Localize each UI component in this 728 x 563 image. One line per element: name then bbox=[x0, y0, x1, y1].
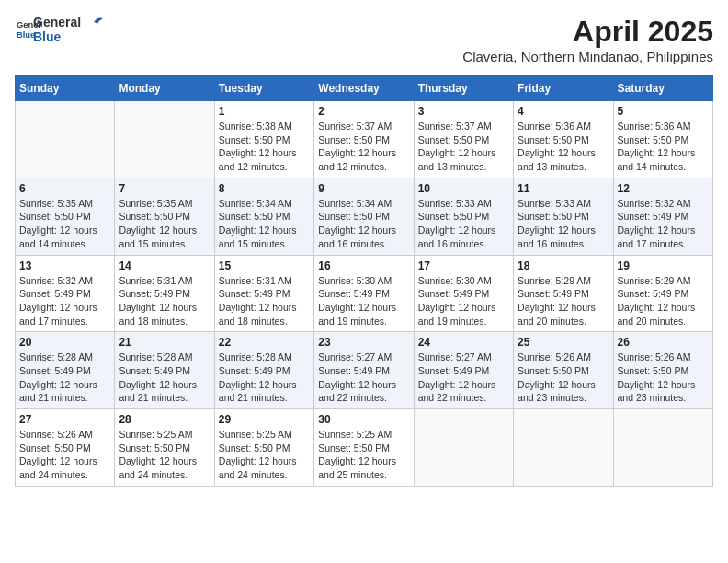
calendar-cell bbox=[115, 101, 214, 178]
day-info: Sunrise: 5:25 AMSunset: 5:50 PMDaylight:… bbox=[219, 428, 310, 482]
calendar-cell: 23Sunrise: 5:27 AMSunset: 5:49 PMDayligh… bbox=[314, 332, 414, 409]
day-info: Sunrise: 5:33 AMSunset: 5:50 PMDaylight:… bbox=[418, 197, 509, 251]
title-block: April 2025 Claveria, Northern Mindanao, … bbox=[462, 15, 713, 64]
day-number: 2 bbox=[318, 105, 409, 118]
col-header-friday: Friday bbox=[514, 76, 613, 101]
calendar-cell: 16Sunrise: 5:30 AMSunset: 5:49 PMDayligh… bbox=[314, 255, 414, 332]
day-number: 22 bbox=[219, 336, 310, 349]
logo-general: General bbox=[33, 15, 81, 29]
day-number: 19 bbox=[618, 259, 709, 272]
day-info: Sunrise: 5:26 AMSunset: 5:50 PMDaylight:… bbox=[618, 350, 709, 405]
day-number: 9 bbox=[318, 182, 409, 195]
calendar-cell: 1Sunrise: 5:38 AMSunset: 5:50 PMDaylight… bbox=[214, 101, 313, 178]
calendar-cell: 6Sunrise: 5:35 AMSunset: 5:50 PMDaylight… bbox=[16, 178, 115, 255]
day-number: 23 bbox=[318, 336, 409, 349]
day-number: 10 bbox=[418, 182, 509, 195]
calendar-cell: 27Sunrise: 5:26 AMSunset: 5:50 PMDayligh… bbox=[16, 409, 115, 487]
day-info: Sunrise: 5:37 AMSunset: 5:50 PMDaylight:… bbox=[418, 120, 509, 174]
calendar-cell bbox=[514, 409, 613, 487]
day-number: 18 bbox=[518, 259, 609, 272]
day-number: 29 bbox=[219, 413, 310, 426]
calendar-table: SundayMondayTuesdayWednesdayThursdayFrid… bbox=[15, 75, 713, 487]
day-info: Sunrise: 5:38 AMSunset: 5:50 PMDaylight:… bbox=[219, 120, 310, 174]
day-number: 27 bbox=[19, 413, 110, 426]
day-info: Sunrise: 5:26 AMSunset: 5:50 PMDaylight:… bbox=[19, 428, 110, 482]
calendar-cell: 8Sunrise: 5:34 AMSunset: 5:50 PMDaylight… bbox=[214, 178, 313, 255]
day-number: 14 bbox=[119, 259, 210, 272]
day-number: 4 bbox=[518, 105, 609, 118]
day-number: 21 bbox=[119, 336, 210, 349]
calendar-cell: 4Sunrise: 5:36 AMSunset: 5:50 PMDaylight… bbox=[514, 101, 613, 178]
day-number: 1 bbox=[219, 105, 310, 118]
day-info: Sunrise: 5:28 AMSunset: 5:49 PMDaylight:… bbox=[119, 350, 210, 405]
calendar-cell: 17Sunrise: 5:30 AMSunset: 5:49 PMDayligh… bbox=[414, 255, 513, 332]
day-info: Sunrise: 5:27 AMSunset: 5:49 PMDaylight:… bbox=[318, 350, 409, 405]
calendar-cell: 20Sunrise: 5:28 AMSunset: 5:49 PMDayligh… bbox=[16, 332, 115, 409]
calendar-cell: 28Sunrise: 5:25 AMSunset: 5:50 PMDayligh… bbox=[115, 409, 214, 487]
day-info: Sunrise: 5:33 AMSunset: 5:50 PMDaylight:… bbox=[518, 197, 609, 251]
day-info: Sunrise: 5:25 AMSunset: 5:50 PMDaylight:… bbox=[318, 428, 409, 482]
calendar-cell bbox=[414, 409, 513, 487]
calendar-cell: 13Sunrise: 5:32 AMSunset: 5:49 PMDayligh… bbox=[16, 255, 115, 332]
calendar-cell: 3Sunrise: 5:37 AMSunset: 5:50 PMDaylight… bbox=[414, 101, 513, 178]
calendar-week-row: 27Sunrise: 5:26 AMSunset: 5:50 PMDayligh… bbox=[16, 409, 713, 487]
col-header-saturday: Saturday bbox=[613, 76, 712, 101]
col-header-monday: Monday bbox=[115, 76, 214, 101]
calendar-week-row: 20Sunrise: 5:28 AMSunset: 5:49 PMDayligh… bbox=[16, 332, 713, 409]
calendar-cell bbox=[16, 101, 115, 178]
day-info: Sunrise: 5:25 AMSunset: 5:50 PMDaylight:… bbox=[119, 428, 210, 482]
calendar-cell: 25Sunrise: 5:26 AMSunset: 5:50 PMDayligh… bbox=[514, 332, 613, 409]
day-info: Sunrise: 5:30 AMSunset: 5:49 PMDaylight:… bbox=[318, 274, 409, 328]
day-number: 25 bbox=[518, 336, 609, 349]
day-info: Sunrise: 5:34 AMSunset: 5:50 PMDaylight:… bbox=[219, 197, 310, 251]
day-info: Sunrise: 5:31 AMSunset: 5:49 PMDaylight:… bbox=[219, 274, 310, 328]
calendar-cell: 11Sunrise: 5:33 AMSunset: 5:50 PMDayligh… bbox=[514, 178, 613, 255]
calendar-cell: 21Sunrise: 5:28 AMSunset: 5:49 PMDayligh… bbox=[115, 332, 214, 409]
day-number: 5 bbox=[618, 105, 709, 118]
calendar-cell: 10Sunrise: 5:33 AMSunset: 5:50 PMDayligh… bbox=[414, 178, 513, 255]
calendar-cell: 30Sunrise: 5:25 AMSunset: 5:50 PMDayligh… bbox=[314, 409, 414, 487]
calendar-cell: 22Sunrise: 5:28 AMSunset: 5:49 PMDayligh… bbox=[214, 332, 313, 409]
calendar-cell: 26Sunrise: 5:26 AMSunset: 5:50 PMDayligh… bbox=[613, 332, 712, 409]
calendar-cell: 7Sunrise: 5:35 AMSunset: 5:50 PMDaylight… bbox=[115, 178, 214, 255]
col-header-sunday: Sunday bbox=[16, 76, 115, 101]
day-info: Sunrise: 5:35 AMSunset: 5:50 PMDaylight:… bbox=[119, 197, 210, 251]
day-number: 13 bbox=[19, 259, 110, 272]
day-info: Sunrise: 5:31 AMSunset: 5:49 PMDaylight:… bbox=[119, 274, 210, 328]
logo-bird-icon bbox=[85, 15, 103, 33]
calendar-cell: 9Sunrise: 5:34 AMSunset: 5:50 PMDaylight… bbox=[314, 178, 414, 255]
day-info: Sunrise: 5:32 AMSunset: 5:49 PMDaylight:… bbox=[618, 197, 709, 251]
day-number: 6 bbox=[19, 182, 110, 195]
day-number: 24 bbox=[418, 336, 509, 349]
calendar-subtitle: Claveria, Northern Mindanao, Philippines bbox=[462, 49, 713, 64]
day-number: 15 bbox=[219, 259, 310, 272]
day-number: 28 bbox=[119, 413, 210, 426]
day-info: Sunrise: 5:30 AMSunset: 5:49 PMDaylight:… bbox=[418, 274, 509, 328]
calendar-week-row: 1Sunrise: 5:38 AMSunset: 5:50 PMDaylight… bbox=[16, 101, 713, 178]
day-number: 11 bbox=[518, 182, 609, 195]
calendar-cell: 14Sunrise: 5:31 AMSunset: 5:49 PMDayligh… bbox=[115, 255, 214, 332]
day-number: 30 bbox=[318, 413, 409, 426]
day-info: Sunrise: 5:29 AMSunset: 5:49 PMDaylight:… bbox=[518, 274, 609, 328]
day-number: 20 bbox=[19, 336, 110, 349]
day-number: 7 bbox=[119, 182, 210, 195]
calendar-cell: 18Sunrise: 5:29 AMSunset: 5:49 PMDayligh… bbox=[514, 255, 613, 332]
calendar-cell: 2Sunrise: 5:37 AMSunset: 5:50 PMDaylight… bbox=[314, 101, 414, 178]
day-number: 26 bbox=[618, 336, 709, 349]
day-info: Sunrise: 5:28 AMSunset: 5:49 PMDaylight:… bbox=[19, 350, 110, 405]
day-info: Sunrise: 5:32 AMSunset: 5:49 PMDaylight:… bbox=[19, 274, 110, 328]
calendar-cell bbox=[613, 409, 712, 487]
calendar-cell: 29Sunrise: 5:25 AMSunset: 5:50 PMDayligh… bbox=[214, 409, 313, 487]
day-number: 8 bbox=[219, 182, 310, 195]
col-header-wednesday: Wednesday bbox=[314, 76, 414, 101]
calendar-week-row: 6Sunrise: 5:35 AMSunset: 5:50 PMDaylight… bbox=[16, 178, 713, 255]
calendar-cell: 19Sunrise: 5:29 AMSunset: 5:49 PMDayligh… bbox=[613, 255, 712, 332]
day-info: Sunrise: 5:29 AMSunset: 5:49 PMDaylight:… bbox=[618, 274, 709, 328]
day-number: 12 bbox=[618, 182, 709, 195]
day-info: Sunrise: 5:37 AMSunset: 5:50 PMDaylight:… bbox=[318, 120, 409, 174]
calendar-cell: 12Sunrise: 5:32 AMSunset: 5:49 PMDayligh… bbox=[613, 178, 712, 255]
day-info: Sunrise: 5:36 AMSunset: 5:50 PMDaylight:… bbox=[518, 120, 609, 174]
day-info: Sunrise: 5:34 AMSunset: 5:50 PMDaylight:… bbox=[318, 197, 409, 251]
day-info: Sunrise: 5:36 AMSunset: 5:50 PMDaylight:… bbox=[618, 120, 709, 174]
day-number: 3 bbox=[418, 105, 509, 118]
